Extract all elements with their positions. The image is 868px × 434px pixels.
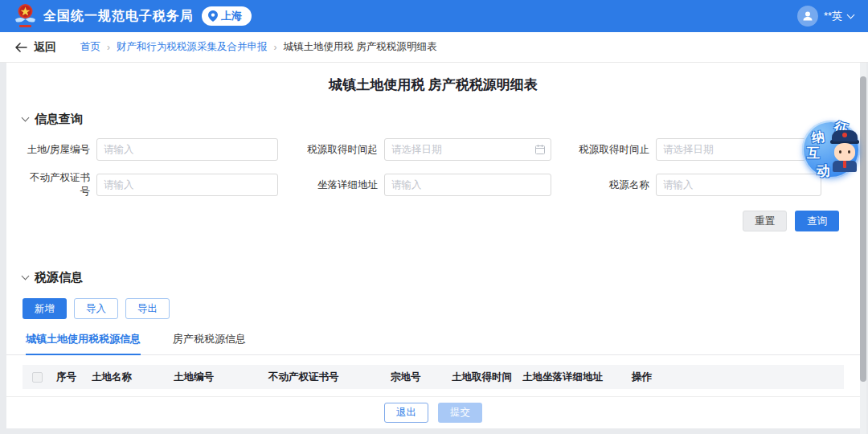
chevron-down-icon (847, 11, 855, 19)
property-cert-number-input[interactable] (96, 174, 278, 196)
page-title: 城镇土地使用税 房产税税源明细表 (6, 76, 860, 94)
form-footer: 退出 提交 (6, 396, 860, 428)
breadcrumb-bar: 返回 首页 › 财产和行为税税源采集及合并申报 › 城镇土地使用税 房产税税源明… (0, 32, 868, 63)
select-all-checkbox[interactable] (32, 372, 43, 383)
source-toolbar: 新增 导入 导出 (23, 298, 860, 319)
col-index: 序号 (51, 365, 87, 389)
tab-property-tax[interactable]: 房产税税源信息 (173, 332, 246, 354)
field-label: 税源取得时间止 (563, 143, 649, 157)
field-detailed-address: 坐落详细地址 (289, 171, 563, 199)
col-land-number: 土地编号 (169, 365, 264, 389)
back-button[interactable]: 返回 (14, 40, 56, 55)
search-button[interactable]: 查询 (795, 211, 839, 231)
field-source-name: 税源名称 (563, 171, 834, 199)
query-section-title: 信息查询 (35, 112, 83, 127)
assistant-char: 互 (807, 145, 820, 162)
source-name-input[interactable] (656, 174, 821, 196)
col-land-address: 土地坐落详细地址 (518, 365, 627, 389)
breadcrumb-separator: › (107, 42, 110, 53)
app-title: 全国统一规范电子税务局 (43, 8, 194, 25)
reset-button[interactable]: 重置 (743, 211, 787, 231)
col-parcel-number: 宗地号 (386, 365, 447, 389)
source-date-start-input[interactable] (384, 138, 551, 161)
query-section-header[interactable]: 信息查询 (6, 112, 860, 127)
col-land-name: 土地名称 (87, 365, 169, 389)
field-label: 土地/房屋编号 (23, 143, 90, 157)
query-actions: 重置 查询 (6, 211, 860, 231)
back-label: 返回 (34, 40, 56, 55)
breadcrumb-separator: › (274, 42, 277, 53)
tax-assistant-widget[interactable]: 征 纳 互 动 (802, 119, 862, 183)
main-content: 城镇土地使用税 房产税税源明细表 信息查询 土地/房屋编号 税源取得时间起 (6, 63, 860, 428)
select-all-cell (23, 365, 51, 389)
submit-button[interactable]: 提交 (438, 403, 482, 423)
field-source-date-end: 税源取得时间止 (563, 138, 834, 161)
app-header: 全国统一规范电子税务局 上海 **英 (0, 0, 868, 32)
detailed-address-input[interactable] (384, 174, 551, 196)
source-section-title: 税源信息 (35, 270, 83, 285)
tab-urban-land-use-tax[interactable]: 城镇土地使用税税源信息 (26, 332, 141, 355)
import-button[interactable]: 导入 (74, 298, 118, 319)
field-label: 坐落详细地址 (289, 178, 378, 192)
source-date-end-input[interactable] (656, 138, 821, 161)
arrow-left-icon (14, 43, 27, 52)
field-source-date-start: 税源取得时间起 (289, 138, 563, 161)
chevron-down-icon (22, 114, 30, 122)
location-pin-icon (208, 10, 218, 22)
person-icon (801, 10, 814, 23)
tax-officer-mascot-icon (829, 130, 860, 177)
col-property-cert: 不动产权证书号 (264, 365, 386, 389)
add-button[interactable]: 新增 (23, 298, 67, 319)
breadcrumb-home[interactable]: 首页 (80, 40, 100, 54)
location-label: 上海 (221, 9, 242, 23)
field-label: 税源取得时间起 (289, 143, 378, 157)
land-house-number-input[interactable] (96, 138, 278, 161)
assistant-char: 纳 (811, 129, 826, 147)
query-form: 土地/房屋编号 税源取得时间起 税源取得时间止 (23, 138, 844, 199)
source-section-header[interactable]: 税源信息 (6, 270, 860, 285)
calendar-icon (535, 145, 545, 154)
breadcrumb: 首页 › 财产和行为税税源采集及合并申报 › 城镇土地使用税 房产税税源明细表 (80, 40, 436, 54)
location-selector[interactable]: 上海 (202, 6, 252, 26)
chevron-down-icon (22, 272, 30, 280)
field-property-cert-number: 不动产权证书号 (23, 171, 289, 199)
col-acquire-time: 土地取得时间 (447, 365, 518, 389)
table-header-row: 序号 土地名称 土地编号 不动产权证书号 宗地号 土地取得时间 土地坐落详细地址… (23, 365, 844, 389)
assistant-char: 动 (817, 162, 830, 180)
user-menu[interactable]: **英 (797, 6, 854, 27)
export-button[interactable]: 导出 (125, 298, 170, 319)
exit-button[interactable]: 退出 (384, 403, 428, 423)
tax-bureau-logo-icon (14, 3, 36, 29)
col-actions: 操作 (627, 365, 844, 389)
user-name: **英 (824, 9, 842, 23)
source-tabs: 城镇土地使用税税源信息 房产税税源信息 (6, 332, 860, 355)
breadcrumb-current: 城镇土地使用税 房产税税源明细表 (284, 40, 437, 54)
breadcrumb-collection[interactable]: 财产和行为税税源采集及合并申报 (117, 40, 268, 54)
field-land-house-number: 土地/房屋编号 (23, 138, 289, 161)
avatar (797, 6, 818, 27)
field-label: 不动产权证书号 (23, 171, 90, 199)
field-label: 税源名称 (563, 178, 649, 192)
